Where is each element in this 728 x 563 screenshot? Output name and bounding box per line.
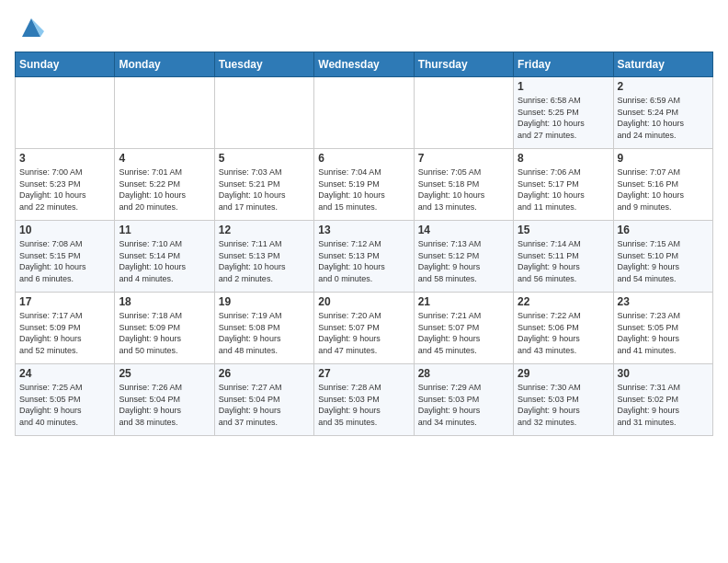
logo-icon <box>18 15 44 40</box>
day-info: Sunrise: 7:01 AM Sunset: 5:22 PM Dayligh… <box>119 167 210 213</box>
day-number: 10 <box>19 224 110 236</box>
day-number: 7 <box>418 152 509 165</box>
calendar-cell <box>16 77 115 149</box>
day-number: 25 <box>119 367 210 380</box>
day-number: 1 <box>518 80 609 93</box>
calendar-cell: 26Sunrise: 7:27 AM Sunset: 5:04 PM Dayli… <box>214 364 313 436</box>
day-info: Sunrise: 7:12 AM Sunset: 5:13 PM Dayligh… <box>318 238 409 284</box>
day-number: 20 <box>318 295 409 308</box>
calendar-cell: 17Sunrise: 7:17 AM Sunset: 5:09 PM Dayli… <box>16 293 115 364</box>
day-info: Sunrise: 7:13 AM Sunset: 5:12 PM Dayligh… <box>418 238 509 284</box>
day-info: Sunrise: 6:59 AM Sunset: 5:24 PM Dayligh… <box>618 95 709 141</box>
day-number: 16 <box>618 224 709 236</box>
calendar-week-row: 1Sunrise: 6:58 AM Sunset: 5:25 PM Daylig… <box>16 77 713 149</box>
calendar-cell <box>314 77 414 149</box>
calendar-week-row: 17Sunrise: 7:17 AM Sunset: 5:09 PM Dayli… <box>16 293 713 364</box>
day-info: Sunrise: 7:19 AM Sunset: 5:08 PM Dayligh… <box>219 310 310 356</box>
calendar-cell: 18Sunrise: 7:18 AM Sunset: 5:09 PM Dayli… <box>115 293 214 364</box>
calendar-week-row: 24Sunrise: 7:25 AM Sunset: 5:05 PM Dayli… <box>16 364 713 436</box>
day-info: Sunrise: 7:00 AM Sunset: 5:23 PM Dayligh… <box>19 167 110 213</box>
calendar-cell: 1Sunrise: 6:58 AM Sunset: 5:25 PM Daylig… <box>514 77 613 149</box>
day-info: Sunrise: 7:28 AM Sunset: 5:03 PM Dayligh… <box>318 382 409 428</box>
day-number: 22 <box>518 295 609 308</box>
calendar-week-row: 3Sunrise: 7:00 AM Sunset: 5:23 PM Daylig… <box>16 149 713 221</box>
day-info: Sunrise: 7:26 AM Sunset: 5:04 PM Dayligh… <box>119 382 210 428</box>
calendar-cell: 13Sunrise: 7:12 AM Sunset: 5:13 PM Dayli… <box>314 221 414 293</box>
day-number: 24 <box>19 367 110 380</box>
day-number: 3 <box>19 152 110 165</box>
day-number: 26 <box>219 367 310 380</box>
calendar-header-monday: Monday <box>115 52 214 77</box>
calendar-cell: 9Sunrise: 7:07 AM Sunset: 5:16 PM Daylig… <box>613 149 712 221</box>
calendar-header-row: SundayMondayTuesdayWednesdayThursdayFrid… <box>16 52 713 77</box>
day-number: 9 <box>618 152 709 165</box>
calendar-cell: 24Sunrise: 7:25 AM Sunset: 5:05 PM Dayli… <box>16 364 115 436</box>
calendar-cell: 29Sunrise: 7:30 AM Sunset: 5:03 PM Dayli… <box>514 364 613 436</box>
day-number: 28 <box>418 367 509 380</box>
calendar-cell: 14Sunrise: 7:13 AM Sunset: 5:12 PM Dayli… <box>414 221 513 293</box>
calendar-cell: 22Sunrise: 7:22 AM Sunset: 5:06 PM Dayli… <box>514 293 613 364</box>
calendar-cell: 10Sunrise: 7:08 AM Sunset: 5:15 PM Dayli… <box>16 221 115 293</box>
calendar-cell: 25Sunrise: 7:26 AM Sunset: 5:04 PM Dayli… <box>115 364 214 436</box>
day-info: Sunrise: 7:11 AM Sunset: 5:13 PM Dayligh… <box>219 238 310 284</box>
day-info: Sunrise: 7:10 AM Sunset: 5:14 PM Dayligh… <box>119 238 210 284</box>
day-number: 27 <box>318 367 409 380</box>
day-info: Sunrise: 7:14 AM Sunset: 5:11 PM Dayligh… <box>518 238 609 284</box>
day-number: 8 <box>518 152 609 165</box>
day-info: Sunrise: 6:58 AM Sunset: 5:25 PM Dayligh… <box>518 95 609 141</box>
day-number: 12 <box>219 224 310 236</box>
day-info: Sunrise: 7:21 AM Sunset: 5:07 PM Dayligh… <box>418 310 509 356</box>
day-info: Sunrise: 7:22 AM Sunset: 5:06 PM Dayligh… <box>518 310 609 356</box>
day-number: 18 <box>119 295 210 308</box>
day-number: 17 <box>19 295 110 308</box>
calendar-cell: 30Sunrise: 7:31 AM Sunset: 5:02 PM Dayli… <box>613 364 712 436</box>
calendar-header-friday: Friday <box>514 52 613 77</box>
day-number: 4 <box>119 152 210 165</box>
day-number: 23 <box>618 295 709 308</box>
day-info: Sunrise: 7:29 AM Sunset: 5:03 PM Dayligh… <box>418 382 509 428</box>
day-number: 2 <box>618 80 709 93</box>
day-info: Sunrise: 7:27 AM Sunset: 5:04 PM Dayligh… <box>219 382 310 428</box>
calendar-cell: 27Sunrise: 7:28 AM Sunset: 5:03 PM Dayli… <box>314 364 414 436</box>
calendar-cell <box>214 77 313 149</box>
calendar-week-row: 10Sunrise: 7:08 AM Sunset: 5:15 PM Dayli… <box>16 221 713 293</box>
calendar-cell: 11Sunrise: 7:10 AM Sunset: 5:14 PM Dayli… <box>115 221 214 293</box>
calendar-cell: 15Sunrise: 7:14 AM Sunset: 5:11 PM Dayli… <box>514 221 613 293</box>
calendar-cell: 28Sunrise: 7:29 AM Sunset: 5:03 PM Dayli… <box>414 364 513 436</box>
page-header <box>15 15 713 40</box>
day-number: 14 <box>418 224 509 236</box>
day-info: Sunrise: 7:30 AM Sunset: 5:03 PM Dayligh… <box>518 382 609 428</box>
calendar-cell: 7Sunrise: 7:05 AM Sunset: 5:18 PM Daylig… <box>414 149 513 221</box>
day-info: Sunrise: 7:20 AM Sunset: 5:07 PM Dayligh… <box>318 310 409 356</box>
day-info: Sunrise: 7:07 AM Sunset: 5:16 PM Dayligh… <box>618 167 709 213</box>
calendar-header-saturday: Saturday <box>613 52 712 77</box>
day-number: 13 <box>318 224 409 236</box>
calendar-cell: 12Sunrise: 7:11 AM Sunset: 5:13 PM Dayli… <box>214 221 313 293</box>
calendar-table: SundayMondayTuesdayWednesdayThursdayFrid… <box>15 52 713 436</box>
day-info: Sunrise: 7:15 AM Sunset: 5:10 PM Dayligh… <box>618 238 709 284</box>
day-info: Sunrise: 7:18 AM Sunset: 5:09 PM Dayligh… <box>119 310 210 356</box>
calendar-header-thursday: Thursday <box>414 52 513 77</box>
day-info: Sunrise: 7:08 AM Sunset: 5:15 PM Dayligh… <box>19 238 110 284</box>
calendar-cell: 16Sunrise: 7:15 AM Sunset: 5:10 PM Dayli… <box>613 221 712 293</box>
calendar-cell: 23Sunrise: 7:23 AM Sunset: 5:05 PM Dayli… <box>613 293 712 364</box>
day-number: 29 <box>518 367 609 380</box>
calendar-cell: 5Sunrise: 7:03 AM Sunset: 5:21 PM Daylig… <box>214 149 313 221</box>
day-info: Sunrise: 7:04 AM Sunset: 5:19 PM Dayligh… <box>318 167 409 213</box>
day-info: Sunrise: 7:03 AM Sunset: 5:21 PM Dayligh… <box>219 167 310 213</box>
day-info: Sunrise: 7:17 AM Sunset: 5:09 PM Dayligh… <box>19 310 110 356</box>
calendar-cell <box>414 77 513 149</box>
logo <box>15 15 44 40</box>
calendar-cell <box>115 77 214 149</box>
calendar-header-sunday: Sunday <box>16 52 115 77</box>
day-info: Sunrise: 7:25 AM Sunset: 5:05 PM Dayligh… <box>19 382 110 428</box>
calendar-cell: 20Sunrise: 7:20 AM Sunset: 5:07 PM Dayli… <box>314 293 414 364</box>
day-number: 19 <box>219 295 310 308</box>
day-info: Sunrise: 7:31 AM Sunset: 5:02 PM Dayligh… <box>618 382 709 428</box>
calendar-cell: 8Sunrise: 7:06 AM Sunset: 5:17 PM Daylig… <box>514 149 613 221</box>
calendar-cell: 6Sunrise: 7:04 AM Sunset: 5:19 PM Daylig… <box>314 149 414 221</box>
calendar-cell: 19Sunrise: 7:19 AM Sunset: 5:08 PM Dayli… <box>214 293 313 364</box>
calendar-header-wednesday: Wednesday <box>314 52 414 77</box>
day-number: 30 <box>618 367 709 380</box>
day-info: Sunrise: 7:05 AM Sunset: 5:18 PM Dayligh… <box>418 167 509 213</box>
